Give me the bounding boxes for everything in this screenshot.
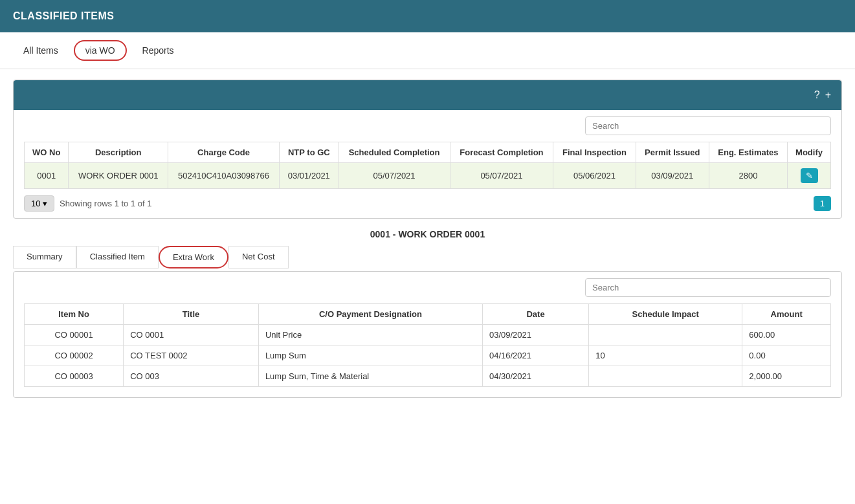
top-table-wrapper: WO No Description Charge Code NTP to GC … <box>14 142 841 189</box>
cell-title: CO 0001 <box>124 325 259 345</box>
search-bar <box>14 110 841 142</box>
tab-all-items[interactable]: All Items <box>13 41 69 60</box>
cell-payment: Lump Sum, Time & Material <box>258 366 482 387</box>
cell-scheduled: 05/07/2021 <box>339 163 450 189</box>
modify-button[interactable]: ✎ <box>801 168 818 183</box>
cell-amount: 600.00 <box>742 325 831 345</box>
bottom-search-input[interactable] <box>585 278 831 297</box>
cell-item-no: CO 00001 <box>25 325 124 345</box>
cell-schedule-impact: 10 <box>589 345 742 366</box>
col-item-no: Item No <box>25 304 124 325</box>
cell-permit: 03/09/2021 <box>636 163 709 189</box>
bottom-table-wrapper: Item No Title C/O Payment Designation Da… <box>14 303 841 397</box>
rows-per-page-button[interactable]: 10 ▾ <box>24 195 54 212</box>
cell-amount: 2,000.00 <box>742 366 831 387</box>
cell-date: 04/16/2021 <box>482 345 588 366</box>
showing-text: Showing rows 1 to 1 of 1 <box>60 199 151 208</box>
cell-schedule-impact <box>589 366 742 387</box>
cell-eng: 2800 <box>709 163 787 189</box>
cell-date: 03/09/2021 <box>482 325 588 345</box>
bottom-search-bar <box>14 272 841 303</box>
table-row: CO 00002 CO TEST 0002 Lump Sum 04/16/202… <box>25 345 831 366</box>
col-header-ntp: NTP to GC <box>280 142 339 163</box>
page-title: CLASSIFIED ITEMS <box>13 10 114 21</box>
extra-work-table: Item No Title C/O Payment Designation Da… <box>24 303 831 387</box>
col-amount: Amount <box>742 304 831 325</box>
table-row: 0001 WORK ORDER 0001 502410C410A03098766… <box>25 163 831 189</box>
sub-tab-net-cost[interactable]: Net Cost <box>228 246 289 268</box>
col-header-description: Description <box>69 142 168 163</box>
sub-tab-extra-work[interactable]: Extra Work <box>159 246 228 268</box>
cell-title: CO TEST 0002 <box>124 345 259 366</box>
col-header-wo-no: WO No <box>25 142 69 163</box>
cell-description: WORK ORDER 0001 <box>69 163 168 189</box>
cell-amount: 0.00 <box>742 345 831 366</box>
col-title: Title <box>124 304 259 325</box>
tab-reports[interactable]: Reports <box>132 41 184 60</box>
dropdown-icon: ▾ <box>43 199 47 208</box>
sub-section: 0001 - WORK ORDER 0001 Summary Classifie… <box>13 229 842 398</box>
cell-payment: Unit Price <box>258 325 482 345</box>
pagination-bar: 10 ▾ Showing rows 1 to 1 of 1 1 <box>14 189 841 218</box>
search-input[interactable] <box>585 116 831 135</box>
page-header: CLASSIFIED ITEMS <box>0 0 855 32</box>
cell-item-no: CO 00003 <box>25 366 124 387</box>
wo-table: WO No Description Charge Code NTP to GC … <box>24 142 831 189</box>
tabs-bar: All Items via WO Reports <box>0 32 855 69</box>
cell-modify: ✎ <box>788 163 831 189</box>
help-icon[interactable]: ? <box>814 89 820 101</box>
cell-payment: Lump Sum <box>258 345 482 366</box>
tab-via-wo[interactable]: via WO <box>74 40 127 61</box>
cell-title: CO 003 <box>124 366 259 387</box>
col-header-permit: Permit Issued <box>636 142 709 163</box>
cell-ntp: 03/01/2021 <box>280 163 339 189</box>
col-payment: C/O Payment Designation <box>258 304 482 325</box>
cell-final: 05/06/2021 <box>553 163 636 189</box>
col-header-modify: Modify <box>788 142 831 163</box>
cell-charge-code: 502410C410A03098766 <box>168 163 279 189</box>
col-header-final: Final Inspection <box>553 142 636 163</box>
cell-schedule-impact <box>589 325 742 345</box>
page-number-button[interactable]: 1 <box>814 196 831 211</box>
page-wrapper: CLASSIFIED ITEMS All Items via WO Report… <box>0 0 855 504</box>
rows-selector: 10 ▾ Showing rows 1 to 1 of 1 <box>24 195 151 212</box>
col-header-forecast: Forecast Completion <box>450 142 553 163</box>
main-content: ? + WO No Description Charge Code NTP to… <box>0 69 855 408</box>
table-row: CO 00001 CO 0001 Unit Price 03/09/2021 6… <box>25 325 831 345</box>
sub-tabs: Summary Classified Item Extra Work Net C… <box>13 246 842 268</box>
cell-item-no: CO 00002 <box>25 345 124 366</box>
table-row: CO 00003 CO 003 Lump Sum, Time & Materia… <box>25 366 831 387</box>
cell-forecast: 05/07/2021 <box>450 163 553 189</box>
col-schedule-impact: Schedule Impact <box>589 304 742 325</box>
col-header-charge-code: Charge Code <box>168 142 279 163</box>
panel-header: ? + <box>14 80 841 110</box>
col-date: Date <box>482 304 588 325</box>
add-icon[interactable]: + <box>825 89 831 101</box>
sub-tab-classified-item[interactable]: Classified Item <box>76 246 159 268</box>
cell-wo-no: 0001 <box>25 163 69 189</box>
col-header-scheduled: Scheduled Completion <box>339 142 450 163</box>
sub-section-title: 0001 - WORK ORDER 0001 <box>13 229 842 239</box>
cell-date: 04/30/2021 <box>482 366 588 387</box>
bottom-panel: Item No Title C/O Payment Designation Da… <box>13 271 842 398</box>
top-panel: ? + WO No Description Charge Code NTP to… <box>13 80 842 219</box>
sub-tab-summary[interactable]: Summary <box>13 246 76 268</box>
col-header-eng: Eng. Estimates <box>709 142 787 163</box>
